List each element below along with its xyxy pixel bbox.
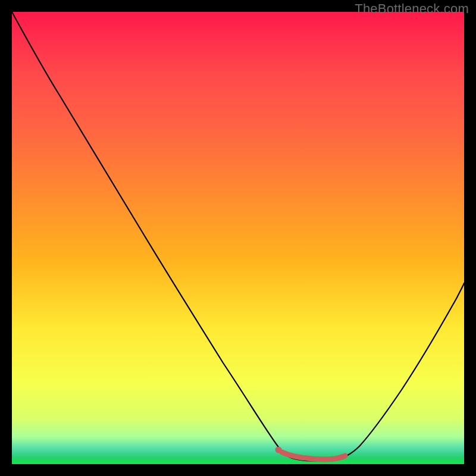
min-dot <box>275 447 282 453</box>
plot-area <box>12 12 464 464</box>
chart-container: TheBottleneck.com <box>0 0 476 476</box>
min-marker <box>282 452 345 459</box>
chart-svg <box>12 12 464 464</box>
bottleneck-curve <box>12 12 464 461</box>
watermark-text: TheBottleneck.com <box>355 1 469 17</box>
